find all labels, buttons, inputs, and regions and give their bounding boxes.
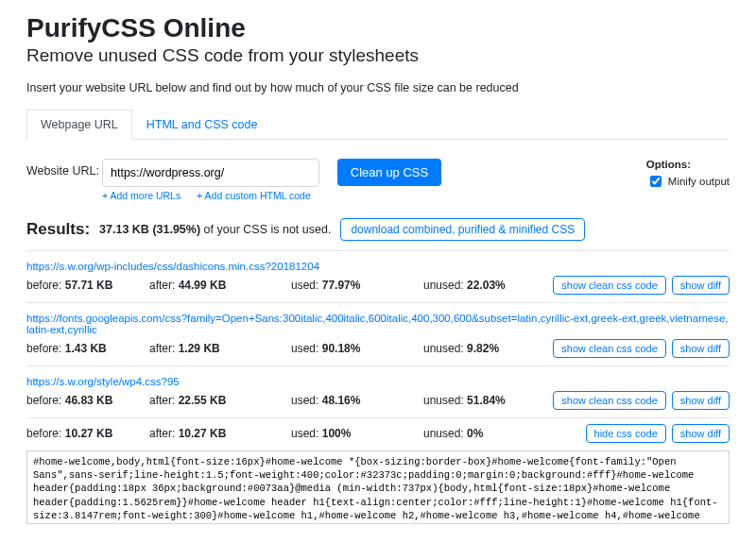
- show-clean-css-button[interactable]: show clean css code: [553, 276, 666, 295]
- stat-used: used: 90.18%: [291, 342, 423, 355]
- hide-css-button[interactable]: hide css code: [586, 424, 666, 443]
- css-file-url[interactable]: https://s.w.org/wp-includes/css/dashicon…: [26, 261, 319, 272]
- stat-before: before: 57.71 KB: [26, 279, 149, 292]
- results-label: Results:: [26, 220, 90, 239]
- stat-after: after: 22.55 KB: [149, 394, 291, 407]
- minify-option[interactable]: Minify output: [646, 173, 730, 190]
- input-tabs: Webpage URL HTML and CSS code: [26, 110, 730, 140]
- results-summary: Results: 37.13 KB (31.95%) of your CSS i…: [26, 218, 730, 241]
- css-code-textarea[interactable]: #home-welcome,body,html{font-size:16px}#…: [26, 450, 730, 524]
- stat-unused: unused: 9.82%: [423, 342, 553, 355]
- add-custom-html-link[interactable]: + Add custom HTML code: [197, 190, 311, 201]
- intro-text: Insert your website URL below and find o…: [26, 81, 730, 94]
- stat-after: after: 44.99 KB: [149, 279, 291, 292]
- tab-html-css-code[interactable]: HTML and CSS code: [132, 110, 272, 140]
- show-diff-button[interactable]: show diff: [672, 339, 730, 358]
- clean-up-button[interactable]: Clean up CSS: [337, 159, 441, 186]
- stat-unused: unused: 22.03%: [423, 279, 553, 292]
- stat-unused: unused: 51.84%: [423, 394, 553, 407]
- show-diff-button[interactable]: show diff: [672, 391, 730, 410]
- stat-before: before: 1.43 KB: [26, 342, 149, 355]
- show-clean-css-button[interactable]: show clean css code: [553, 391, 666, 410]
- page-subtitle: Remove unused CSS code from your stylesh…: [26, 45, 730, 66]
- stat-unused: unused: 0%: [423, 427, 586, 440]
- stat-used: used: 77.97%: [291, 279, 423, 292]
- minify-label: Minify output: [668, 176, 730, 187]
- file-stats-row: before: 1.43 KB after: 1.29 KB used: 90.…: [26, 339, 730, 358]
- url-label: Website URL:: [26, 159, 102, 178]
- stat-used: used: 48.16%: [291, 394, 423, 407]
- show-clean-css-button[interactable]: show clean css code: [553, 339, 666, 358]
- website-url-input[interactable]: [102, 159, 319, 187]
- stat-before: before: 46.83 KB: [26, 394, 149, 407]
- page-title: PurifyCSS Online: [26, 13, 730, 43]
- stat-before: before: 10.27 KB: [26, 427, 149, 440]
- tab-webpage-url[interactable]: Webpage URL: [26, 110, 132, 140]
- results-text: 37.13 KB (31.95%) of your CSS is not use…: [99, 223, 331, 236]
- file-stats-row: before: 57.71 KB after: 44.99 KB used: 7…: [26, 276, 730, 295]
- file-stats-row: before: 46.83 KB after: 22.55 KB used: 4…: [26, 391, 730, 410]
- css-file-url[interactable]: https://fonts.googleapis.com/css?family=…: [26, 313, 730, 335]
- options-panel: Options: Minify output: [646, 159, 730, 190]
- css-file-url[interactable]: https://s.w.org/style/wp4.css?95: [26, 376, 180, 387]
- show-diff-button[interactable]: show diff: [672, 276, 730, 295]
- download-css-button[interactable]: download combined, purified & minified C…: [340, 218, 585, 241]
- stat-after: after: 1.29 KB: [149, 342, 291, 355]
- stat-after: after: 10.27 KB: [149, 427, 291, 440]
- stat-used: used: 100%: [291, 427, 423, 440]
- file-stats-row: before: 10.27 KB after: 10.27 KB used: 1…: [26, 424, 730, 443]
- url-form: Website URL: + Add more URLs + Add custo…: [26, 159, 730, 201]
- show-diff-button[interactable]: show diff: [672, 424, 730, 443]
- minify-checkbox[interactable]: [650, 176, 662, 187]
- add-more-urls-link[interactable]: + Add more URLs: [102, 190, 180, 201]
- options-heading: Options:: [646, 159, 730, 170]
